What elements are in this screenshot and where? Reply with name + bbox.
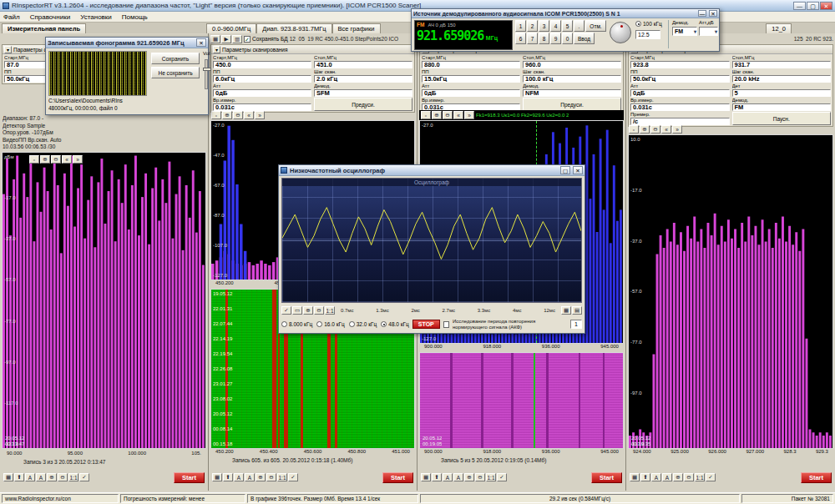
keypad-key[interactable]: 3: [539, 20, 549, 32]
toolbar-icon[interactable]: ⊕: [640, 125, 650, 134]
save-button[interactable]: Сохранить: [151, 53, 200, 64]
toolbar-icon[interactable]: ▦: [421, 473, 431, 481]
collapse-icon[interactable]: ▾: [213, 46, 220, 53]
rate-radio[interactable]: 8.000 кГц: [281, 321, 312, 327]
param-button[interactable]: Предуси.: [314, 98, 412, 111]
close-icon[interactable]: ✕: [709, 10, 717, 17]
param-value[interactable]: 880.0: [422, 61, 520, 69]
audio-source-titlebar[interactable]: Источник демодулированного аудиосигнала …: [412, 9, 719, 18]
toolbar-icon[interactable]: ▥: [232, 35, 242, 43]
toolbar-icon[interactable]: ✓: [281, 306, 291, 315]
param-value[interactable]: FM: [732, 103, 832, 112]
param-value[interactable]: 2.0 кГц: [314, 75, 412, 83]
band-tab[interactable]: Все графики: [332, 23, 381, 33]
toolbar-icon[interactable]: ▦: [630, 473, 640, 481]
param-value[interactable]: 960.0: [523, 61, 621, 69]
toolbar-icon[interactable]: «: [62, 155, 72, 164]
param-value[interactable]: 0дБ: [213, 89, 311, 98]
toolbar-icon[interactable]: ⊕: [464, 473, 474, 481]
keypad-key[interactable]: 7: [527, 33, 538, 44]
toolbar-icon[interactable]: ⊕: [222, 111, 232, 119]
toolbar-icon[interactable]: А: [662, 473, 672, 481]
toolbar-icon[interactable]: ▦: [561, 306, 571, 315]
tab-measure-panel[interactable]: Измерительная панель: [2, 23, 86, 33]
toolbar-icon[interactable]: ▦: [212, 473, 222, 481]
keypad-key[interactable]: 9: [550, 33, 561, 44]
start-button[interactable]: Start: [174, 472, 205, 483]
param-value[interactable]: 5: [732, 89, 832, 98]
toolbar-icon[interactable]: ⬆: [432, 473, 442, 481]
toolbar-icon[interactable]: ⊖: [266, 473, 276, 481]
menu-item[interactable]: Помощь: [122, 13, 148, 21]
close-icon[interactable]: ✕: [573, 166, 583, 174]
toolbar-icon[interactable]: ⬆: [223, 473, 233, 481]
param-button[interactable]: Паусн.: [732, 112, 832, 125]
keypad-key[interactable]: 1: [515, 20, 526, 32]
toolbar-icon[interactable]: ✓: [497, 473, 507, 481]
toolbar-icon[interactable]: ⊖: [650, 125, 660, 134]
toolbar-icon[interactable]: «: [661, 125, 671, 134]
minimize-button[interactable]: —: [793, 2, 806, 10]
keypad-key[interactable]: 5: [562, 20, 573, 32]
param-value[interactable]: NFM: [523, 89, 621, 98]
keypad-key[interactable]: .: [574, 20, 584, 32]
param-value[interactable]: SFM: [314, 89, 412, 98]
toolbar-icon[interactable]: 1:1: [277, 473, 287, 481]
toolbar-icon[interactable]: 1:1: [695, 473, 705, 481]
menu-item[interactable]: Файл: [3, 13, 20, 21]
toolbar-icon[interactable]: »: [73, 155, 83, 164]
toolbar-icon[interactable]: ⊖: [51, 155, 61, 164]
keypad-key[interactable]: 0: [562, 33, 573, 44]
toolbar-icon[interactable]: ⊕: [673, 473, 683, 481]
toolbar-icon[interactable]: 1:1: [68, 473, 78, 481]
rate-radio[interactable]: 16.0 кГц: [316, 321, 345, 327]
close-button[interactable]: ✕: [820, 2, 832, 10]
toolbar-icon[interactable]: ▦: [210, 35, 220, 43]
toolbar-icon[interactable]: ⊕: [47, 473, 57, 481]
param-button[interactable]: Предуси.: [523, 98, 621, 111]
waterfall-display[interactable]: 20.05.1200.19.05: [419, 352, 624, 449]
akf-value-input[interactable]: 1: [570, 320, 582, 329]
panel-caption[interactable]: 12_05_19 RC 450.0-451.0 StepPoints20 ICO: [290, 36, 415, 42]
keypad-key[interactable]: 6: [515, 33, 526, 44]
volume-slider[interactable]: [205, 59, 208, 89]
toolbar-icon[interactable]: ⊖: [58, 473, 68, 481]
maximize-button[interactable]: ▢: [807, 2, 819, 10]
toolbar-icon[interactable]: 1:1: [486, 473, 496, 481]
discard-button[interactable]: Не сохранить: [151, 67, 200, 78]
volume-slider-thumb[interactable]: [203, 68, 211, 71]
toolbar-icon[interactable]: А: [36, 473, 46, 481]
keypad-key[interactable]: 8: [539, 33, 549, 44]
start-button[interactable]: Start: [801, 472, 832, 483]
band-tab[interactable]: 0.0-960.0МГц: [206, 23, 256, 33]
toolbar-icon[interactable]: ⊖: [475, 473, 485, 481]
stop-button[interactable]: STOP: [412, 320, 440, 329]
toolbar-icon[interactable]: А: [234, 473, 244, 481]
start-button[interactable]: Start: [382, 472, 413, 483]
param-value[interactable]: 0.031с: [630, 103, 730, 112]
toolbar-icon[interactable]: ⬆: [640, 473, 650, 481]
spectrum-display[interactable]: 10.0-17.0-37.0-57.0-77.0-97.0-117.0 20.0…: [628, 134, 833, 449]
toolbar-icon[interactable]: А: [443, 473, 453, 481]
maximize-icon[interactable]: ▢: [560, 166, 570, 174]
keypad-key[interactable]: 4: [550, 20, 561, 32]
toolbar-icon[interactable]: ✓: [79, 473, 89, 481]
toolbar-icon[interactable]: ⬆: [14, 473, 24, 481]
phonogram-titlebar[interactable]: Записываемая фонограмма 921.659026 МГц ✕: [46, 38, 208, 48]
toolbar-icon[interactable]: «: [244, 111, 254, 119]
close-icon[interactable]: ✕: [196, 38, 206, 47]
menu-item[interactable]: Установки: [80, 13, 112, 21]
minimize-icon[interactable]: —: [698, 10, 706, 17]
toolbar-icon[interactable]: ▦: [3, 473, 13, 481]
param-value[interactable]: 50.0кГц: [630, 75, 730, 83]
param-value[interactable]: 923.8: [630, 61, 730, 69]
menu-item[interactable]: Справочники: [30, 13, 70, 21]
toolbar-icon[interactable]: А: [245, 473, 255, 481]
save-db-checkbox[interactable]: ✓: [244, 36, 250, 43]
tuning-knob[interactable]: [610, 22, 631, 43]
param-value[interactable]: 0дБ: [630, 89, 730, 98]
toolbar-icon[interactable]: ⊕: [256, 473, 266, 481]
rate-radio[interactable]: 48.0 кГц: [381, 321, 409, 327]
collapse-icon[interactable]: ▾: [4, 46, 12, 53]
toolbar-icon[interactable]: 1:1: [325, 306, 335, 315]
